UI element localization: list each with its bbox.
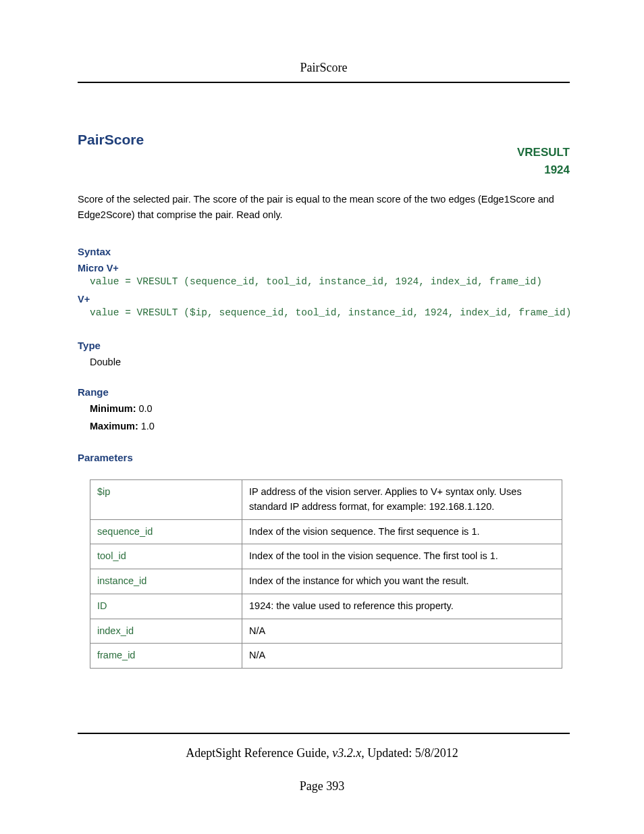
range-max: Maximum: 1.0 [90, 421, 570, 432]
table-row: $ipIP address of the vision server. Appl… [90, 480, 562, 520]
parameters-heading: Parameters [78, 452, 570, 463]
param-name-cell: sequence_id [90, 519, 242, 544]
type-heading: Type [78, 340, 570, 351]
running-header: PairScore [78, 61, 570, 83]
param-name-cell: index_id [90, 619, 242, 644]
range-min-value: 0.0 [136, 403, 152, 414]
vresult-label: VRESULT [517, 144, 570, 161]
micro-vplus-label: Micro V+ [78, 263, 570, 273]
footer-page-number: Page 393 [0, 779, 644, 793]
table-row: frame_idN/A [90, 644, 562, 669]
syntax-heading: Syntax [78, 246, 570, 257]
range-min: Minimum: 0.0 [90, 403, 570, 414]
vplus-code: value = VRESULT ($ip, sequence_id, tool_… [90, 307, 570, 318]
table-row: tool_idIndex of the tool in the vision s… [90, 544, 562, 569]
intro-paragraph: Score of the selected pair. The score of… [78, 192, 570, 223]
param-name-cell: $ip [90, 480, 242, 520]
table-row: index_idN/A [90, 619, 562, 644]
param-desc-cell: IP address of the vision server. Applies… [242, 480, 562, 520]
vplus-label: V+ [78, 294, 570, 305]
type-value: Double [90, 357, 570, 367]
page-footer: AdeptSight Reference Guide, v3.2.x, Upda… [0, 733, 644, 793]
footer-updated: , Updated: 5/8/2012 [361, 746, 458, 760]
param-desc-cell: Index of the tool in the vision sequence… [242, 544, 562, 569]
param-name-cell: instance_id [90, 569, 242, 594]
param-name-cell: frame_id [90, 644, 242, 669]
param-name-cell: ID [90, 594, 242, 619]
footer-version: , v3.2.x [326, 746, 361, 760]
param-desc-cell: Index of the instance for which you want… [242, 569, 562, 594]
range-max-value: 1.0 [138, 421, 155, 432]
param-name-cell: tool_id [90, 544, 242, 569]
param-desc-cell: N/A [242, 644, 562, 669]
vresult-tag: VRESULT 1924 [517, 144, 570, 180]
table-row: instance_idIndex of the instance for whi… [90, 569, 562, 594]
range-heading: Range [78, 386, 570, 398]
footer-guide: AdeptSight Reference Guide [186, 746, 326, 760]
range-min-label: Minimum: [90, 403, 136, 414]
page-title: PairScore [78, 132, 144, 148]
param-desc-cell: N/A [242, 619, 562, 644]
range-max-label: Maximum: [90, 421, 138, 432]
table-row: ID1924: the value used to reference this… [90, 594, 562, 619]
vresult-code: 1924 [517, 161, 570, 179]
param-desc-cell: 1924: the value used to reference this p… [242, 594, 562, 619]
micro-vplus-code: value = VRESULT (sequence_id, tool_id, i… [90, 276, 570, 287]
parameters-table: $ipIP address of the vision server. Appl… [90, 479, 562, 669]
param-desc-cell: Index of the vision sequence. The first … [242, 519, 562, 544]
table-row: sequence_idIndex of the vision sequence.… [90, 519, 562, 544]
